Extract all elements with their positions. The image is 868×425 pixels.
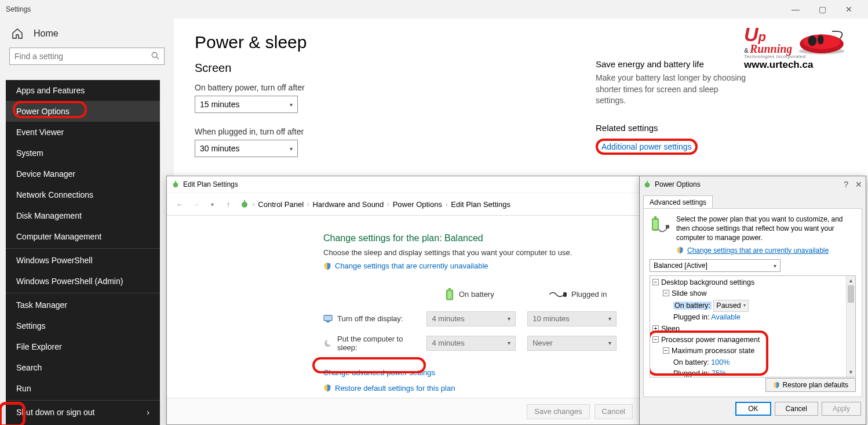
winx-item-apps-features[interactable]: Apps and Features (6, 80, 160, 101)
plan-heading: Change settings for the plan: Balanced (323, 233, 622, 244)
restore-plan-button[interactable]: Restore plan defaults (765, 378, 856, 392)
panel-description: Select the power plan that you want to c… (650, 215, 856, 243)
slideshow-battery-value[interactable]: Paused▾ (713, 300, 748, 312)
plan-dropdown[interactable]: Balanced [Active] ▾ (650, 259, 781, 272)
back-button[interactable]: ← (172, 196, 188, 212)
advanced-panel: Select the power plan that you want to c… (643, 208, 862, 397)
ok-button[interactable]: OK (735, 402, 771, 416)
tree-max-processor[interactable]: Maximum processor state (672, 347, 754, 355)
battery-off-value: 15 minutes (200, 100, 239, 109)
settings-right-column: Save energy and battery life Make your b… (596, 59, 746, 155)
edit-plan-titlebar: Edit Plan Settings (167, 176, 640, 192)
annotation-start-button (0, 402, 25, 425)
search-input[interactable] (10, 52, 147, 61)
collapse-icon[interactable]: − (652, 336, 659, 343)
crumb-item[interactable]: Hardware and Sound (312, 200, 384, 209)
winx-separator (6, 293, 160, 293)
related-heading: Related settings (596, 123, 746, 133)
plan-selector: Balanced [Active] ▾ (650, 259, 856, 272)
chevron-right-icon: › (147, 408, 149, 417)
moon-icon (323, 339, 333, 348)
svg-rect-23 (326, 321, 330, 322)
tree-processor[interactable]: Processor power management (661, 336, 760, 344)
winx-item-settings[interactable]: Settings (6, 315, 160, 336)
slideshow-plugged-value[interactable]: Available (711, 313, 741, 321)
additional-power-link[interactable]: Additional power settings (601, 142, 692, 151)
edit-plan-body: Change settings for the plan: Balanced C… (167, 216, 640, 398)
tree-slideshow[interactable]: Slide show (672, 289, 706, 297)
winx-item-computer-mgmt[interactable]: Computer Management (6, 226, 160, 247)
forward-button[interactable]: → (188, 196, 204, 212)
save-button[interactable]: Save changes (527, 404, 589, 419)
svg-rect-16 (244, 200, 245, 203)
sleep-plugged-dropdown[interactable]: Never▾ (527, 336, 617, 351)
slideshow-battery-label[interactable]: On battery: (673, 302, 712, 310)
plugged-off-dropdown[interactable]: 30 minutes ▾ (195, 140, 298, 157)
sleep-battery-dropdown[interactable]: 4 minutes▾ (426, 336, 516, 351)
winx-item-device-manager[interactable]: Device Manager (6, 164, 160, 184)
winx-item-system[interactable]: System (6, 143, 160, 164)
home-nav[interactable]: Home (0, 22, 174, 45)
annotation-additional-power: Additional power settings (596, 139, 698, 155)
winx-item-run[interactable]: Run (6, 378, 160, 399)
close-button[interactable]: ✕ (836, 0, 862, 19)
display-plugged-dropdown[interactable]: 10 minutes▾ (527, 311, 617, 326)
power-dialog-footer: OK Cancel Apply (640, 397, 866, 416)
scroll-up-icon[interactable]: ▲ (847, 276, 855, 285)
winx-item-desktop[interactable]: Desktop (6, 423, 160, 425)
cancel-button[interactable]: Cancel (775, 402, 818, 416)
tab-advanced[interactable]: Advanced settings (643, 195, 713, 209)
winx-item-search[interactable]: Search (6, 357, 160, 378)
change-advanced-link[interactable]: Change advanced power settings (323, 368, 435, 377)
proc-plugged-value[interactable]: 75% (712, 369, 726, 377)
minimize-button[interactable]: — (782, 0, 809, 19)
winx-item-file-explorer[interactable]: File Explorer (6, 336, 160, 357)
search-box[interactable] (9, 48, 165, 65)
power-options-dialog: Power Options ? ✕ Advanced settings Sele… (639, 176, 866, 425)
scroll-down-icon[interactable]: ▼ (847, 368, 855, 377)
collapse-icon[interactable]: − (663, 290, 669, 296)
winx-item-powershell-admin[interactable]: Windows PowerShell (Admin) (6, 271, 160, 292)
up-button[interactable]: ↑ (220, 196, 236, 212)
winx-item-disk-mgmt[interactable]: Disk Management (6, 205, 160, 226)
row-sleep: Put the computer to sleep: 4 minutes▾ Ne… (323, 335, 622, 352)
collapse-icon[interactable]: − (652, 279, 659, 285)
power-icon (643, 180, 651, 188)
plug-icon (549, 290, 567, 299)
change-unavailable-link[interactable]: Change settings that are currently unava… (323, 261, 488, 270)
winx-item-network[interactable]: Network Connections (6, 184, 160, 205)
proc-battery-value[interactable]: 100% (711, 358, 730, 366)
battery-off-dropdown[interactable]: 15 minutes ▾ (195, 96, 298, 113)
winx-item-power-options[interactable]: Power Options (6, 101, 160, 122)
help-button[interactable]: ? (844, 180, 848, 189)
display-battery-dropdown[interactable]: 4 minutes▾ (426, 311, 516, 326)
settings-window-title: Settings (6, 5, 782, 13)
logo-url: www.urtech.ca (744, 59, 854, 71)
svg-point-0 (152, 52, 157, 57)
restore-defaults-link[interactable]: Restore default settings for this plan (335, 384, 455, 393)
change-unavailable-link[interactable]: Change settings that are currently unava… (676, 246, 829, 255)
mouse-icon (796, 29, 848, 56)
winx-item-powershell[interactable]: Windows PowerShell (6, 250, 160, 271)
winx-item-shutdown[interactable]: Shut down or sign out› (6, 402, 160, 423)
collapse-icon[interactable]: − (663, 347, 669, 354)
apply-button[interactable]: Apply (822, 402, 861, 416)
chevron-down-icon: ▾ (290, 146, 293, 152)
crumb-item[interactable]: Power Options (393, 200, 442, 209)
scroll-thumb[interactable] (848, 285, 854, 303)
winx-item-event-viewer[interactable]: Event Viewer (6, 122, 160, 143)
crumb-item[interactable]: Edit Plan Settings (451, 200, 510, 209)
maximize-button[interactable]: ▢ (809, 0, 836, 19)
crumb-item[interactable]: Control Panel (258, 200, 304, 209)
tree-desktop-bg[interactable]: Desktop background settings (661, 278, 754, 286)
close-button[interactable]: ✕ (855, 180, 862, 189)
recent-button[interactable]: ▾ (204, 196, 220, 212)
expand-icon[interactable]: + (652, 325, 659, 332)
cancel-button[interactable]: Cancel (595, 404, 633, 419)
power-dialog-titlebar: Power Options ? ✕ (640, 176, 866, 192)
svg-rect-22 (324, 316, 331, 320)
shield-icon (773, 382, 780, 388)
tree-scrollbar[interactable]: ▲ ▼ (846, 276, 855, 377)
tree-sleep[interactable]: Sleep (661, 325, 680, 333)
winx-item-task-manager[interactable]: Task Manager (6, 295, 160, 315)
